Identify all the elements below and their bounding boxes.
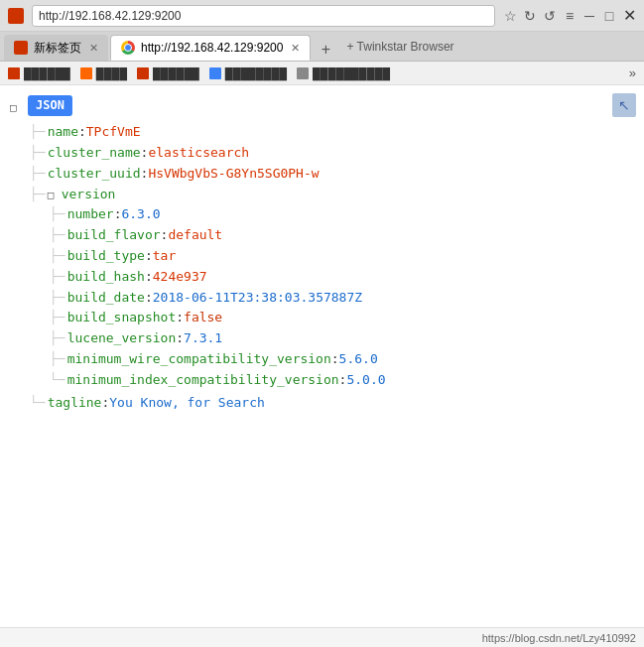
- key-cluster-name: cluster_name: [48, 143, 141, 164]
- key-number: number: [67, 204, 114, 225]
- bookmark-3[interactable]: ██████: [137, 67, 199, 79]
- colon-cluster-name: :: [141, 143, 149, 164]
- tree-row-lucene-version: ├─ lucene_version : 7.3.1: [10, 328, 644, 349]
- val-tagline: You Know, for Search: [109, 393, 265, 414]
- key-build-date: build_date: [67, 288, 145, 309]
- val-cluster-uuid: HsVWbgVbS-G8Yn5SG0PH-w: [148, 164, 319, 185]
- bookmark-favicon-2: [80, 67, 92, 79]
- val-min-wire: 5.6.0: [339, 349, 378, 370]
- browser-frame: http://192.168.42.129:9200 ☆ ↻ ↺ ≡ ─ □ ✕…: [0, 0, 644, 647]
- new-tab-button[interactable]: +: [313, 39, 338, 61]
- title-bar: http://192.168.42.129:9200 ☆ ↻ ↺ ≡ ─ □ ✕: [0, 0, 644, 32]
- bookmark-favicon-3: [137, 67, 149, 79]
- reload-icon[interactable]: ↻: [523, 9, 537, 23]
- colon-min-wire: :: [331, 349, 339, 370]
- tree-row-build-type: ├─ build_type : tar: [10, 246, 644, 267]
- val-build-type: tar: [153, 246, 176, 267]
- colon-build-snapshot: :: [176, 308, 184, 328]
- colon-build-flavor: :: [161, 225, 169, 246]
- minimize-icon[interactable]: ─: [582, 9, 596, 23]
- address-bar[interactable]: http://192.168.42.129:9200: [32, 5, 495, 27]
- content-area: □ JSON ├─ name : TPcfVmE ├─ cluster_name…: [0, 85, 644, 627]
- bookmark-label-1: ██████: [24, 67, 70, 79]
- colon-tagline: :: [101, 393, 109, 414]
- json-button[interactable]: JSON: [28, 95, 72, 116]
- key-version: version: [62, 185, 116, 205]
- key-tagline: tagline: [48, 393, 102, 414]
- bookmark-label-2: ████: [96, 67, 127, 79]
- colon-min-index: :: [339, 370, 347, 391]
- colon-lucene-version: :: [176, 328, 184, 349]
- tree-row-number: ├─ number : 6.3.0: [10, 204, 644, 225]
- tree-line: ├─: [50, 204, 65, 225]
- tree-line: ├─: [50, 328, 65, 349]
- root-toggle[interactable]: □: [10, 99, 24, 117]
- tab-newtab-close[interactable]: ✕: [89, 42, 98, 55]
- tab-bar: 新标签页 ✕ http://192.168.42.129:9200 ✕ + + …: [0, 32, 644, 62]
- json-viewer: □ JSON ├─ name : TPcfVmE ├─ cluster_name…: [10, 95, 644, 413]
- colon-number: :: [114, 204, 122, 225]
- maximize-icon[interactable]: □: [602, 9, 616, 23]
- key-min-index: minimum_index_compatibility_version: [67, 370, 339, 391]
- tree-row-tagline: └─ tagline : You Know, for Search: [10, 393, 644, 414]
- browser-brand-label: + Twinkstar Browser: [340, 40, 459, 54]
- tree-line: ├─: [50, 349, 65, 370]
- tree-line: ├─: [30, 143, 46, 164]
- title-bar-controls: ☆ ↻ ↺ ≡ ─ □ ✕: [503, 9, 636, 23]
- bookmark-icon[interactable]: ☆: [503, 9, 517, 23]
- close-icon[interactable]: ✕: [622, 9, 636, 23]
- val-min-index: 5.0.0: [346, 370, 385, 391]
- bookmarks-bar: ██████ ████ ██████ ████████ ██████████ »: [0, 62, 644, 85]
- tab-elasticsearch-close[interactable]: ✕: [291, 42, 300, 55]
- tab-favicon-newtab: [14, 41, 28, 55]
- bookmark-favicon-4: [209, 67, 221, 79]
- val-lucene-version: 7.3.1: [184, 328, 222, 349]
- tree-row-name: ├─ name : TPcfVmE: [10, 122, 644, 143]
- bookmarks-more-icon[interactable]: »: [629, 65, 636, 80]
- key-cluster-uuid: cluster_uuid: [48, 164, 141, 185]
- bookmark-1[interactable]: ██████: [8, 67, 70, 79]
- colon-name: :: [78, 122, 86, 143]
- tab-elasticsearch[interactable]: http://192.168.42.129:9200 ✕: [110, 35, 311, 61]
- tree-line: └─: [50, 370, 65, 391]
- tree-row-build-date: ├─ build_date : 2018-06-11T23:38:03.3578…: [10, 288, 644, 309]
- tree-line: ├─: [50, 246, 65, 267]
- val-build-flavor: default: [168, 225, 222, 246]
- bookmark-label-5: ██████████: [313, 67, 390, 79]
- tab-newtab-label: 新标签页: [34, 40, 81, 57]
- colon-cluster-uuid: :: [141, 164, 149, 185]
- tab-newtab[interactable]: 新标签页 ✕: [4, 35, 108, 61]
- status-bar: https://blog.csdn.net/Lzy410992: [0, 627, 644, 647]
- back-icon[interactable]: ↺: [543, 9, 557, 23]
- tree-line: ├─: [50, 267, 65, 288]
- bookmark-2[interactable]: ████: [80, 67, 127, 79]
- val-name: TPcfVmE: [86, 122, 141, 143]
- tab-elasticsearch-label: http://192.168.42.129:9200: [141, 41, 283, 55]
- tree-line: ├─: [30, 164, 46, 185]
- bookmark-5[interactable]: ██████████: [297, 67, 390, 79]
- browser-favicon: [8, 8, 24, 24]
- menu-icon[interactable]: ≡: [563, 9, 577, 23]
- expand-icon[interactable]: [612, 93, 636, 117]
- version-toggle[interactable]: □: [48, 187, 62, 204]
- colon-build-date: :: [145, 288, 153, 309]
- tree-line: └─: [30, 393, 46, 414]
- key-build-flavor: build_flavor: [67, 225, 161, 246]
- val-build-date: 2018-06-11T23:38:03.357887Z: [153, 288, 362, 309]
- key-build-snapshot: build_snapshot: [67, 308, 177, 328]
- bookmark-4[interactable]: ████████: [209, 67, 287, 79]
- tree-line: ├─: [50, 225, 65, 246]
- tree-row-build-hash: ├─ build_hash : 424e937: [10, 267, 644, 288]
- tree-row-version: ├─ □ version: [10, 185, 644, 205]
- val-build-snapshot: false: [184, 308, 222, 328]
- val-cluster-name: elasticsearch: [148, 143, 249, 164]
- tree-line: ├─: [50, 308, 65, 328]
- colon-build-type: :: [145, 246, 153, 267]
- bookmark-favicon-1: [8, 67, 20, 79]
- bookmark-favicon-5: [297, 67, 309, 79]
- tree-line: ├─: [30, 185, 46, 205]
- bookmark-label-3: ██████: [153, 67, 199, 79]
- key-name: name: [48, 122, 78, 143]
- tree-row-cluster-name: ├─ cluster_name : elasticsearch: [10, 143, 644, 164]
- tree-row-build-snapshot: ├─ build_snapshot : false: [10, 308, 644, 328]
